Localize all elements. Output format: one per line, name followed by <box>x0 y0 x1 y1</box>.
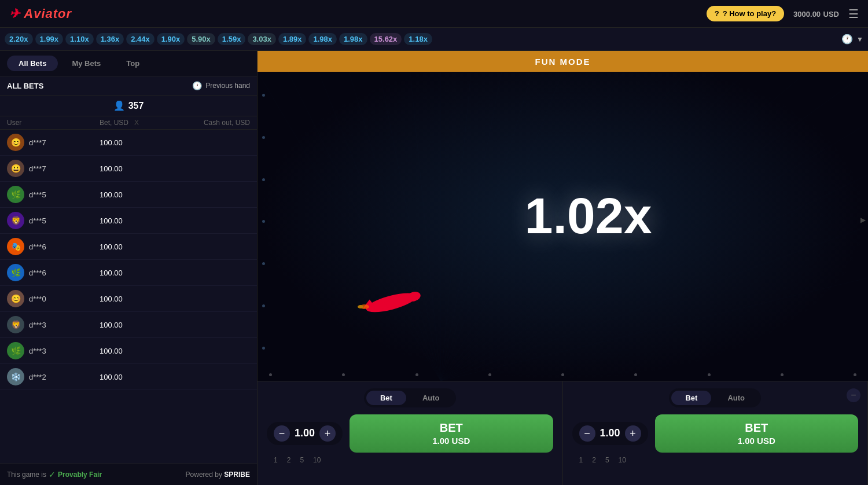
mult-badge-1[interactable]: 1.99x <box>35 33 64 45</box>
bet-tab-1-auto[interactable]: Auto <box>409 391 454 405</box>
amount-decrease-2[interactable]: − <box>579 425 595 442</box>
table-row: 😊 d***7 100.00 <box>0 130 257 156</box>
mult-badge-5[interactable]: 1.90x <box>157 33 185 45</box>
svg-line-4 <box>380 72 441 381</box>
username: d***6 <box>29 242 46 251</box>
header-bet: Bet, USD X <box>100 119 169 127</box>
expand-icon[interactable]: ▼ <box>856 35 863 43</box>
svg-line-8 <box>441 72 502 381</box>
mult-badge-6[interactable]: 5.90x <box>187 33 215 45</box>
avatar: 🦁 <box>7 316 24 333</box>
quick-2-1[interactable]: 1 <box>579 456 583 464</box>
clock-icon: 🕐 <box>192 81 202 90</box>
quick-1-2[interactable]: 2 <box>287 456 291 464</box>
bottom-dots <box>269 373 856 376</box>
history-icon[interactable]: 🕐 <box>841 34 853 45</box>
quick-1-1[interactable]: 1 <box>274 456 278 464</box>
amount-value-2: 1.00 <box>600 427 620 439</box>
bet-tab-1-bet[interactable]: Bet <box>366 391 406 405</box>
bets-list: 😊 d***7 100.00 😀 d***7 100.00 🌿 d** <box>0 130 257 464</box>
table-row: 🌿 d***3 100.00 <box>0 338 257 364</box>
mult-badge-2[interactable]: 1.10x <box>65 33 94 45</box>
user-info: 😊 d***0 <box>7 290 100 307</box>
mult-badge-0[interactable]: 2.20x <box>5 33 33 45</box>
right-panel: FUN MODE <box>258 51 868 485</box>
how-to-play-label: ? How to play? <box>723 9 776 18</box>
table-row: 🌿 d***5 100.00 <box>0 182 257 208</box>
bet-panel-2: − Bet Auto − 1.00 + BET 1.00 USD <box>563 381 869 485</box>
airplane <box>350 277 431 323</box>
user-info: 🌿 d***5 <box>7 186 100 203</box>
tab-my-bets[interactable]: My Bets <box>60 56 112 71</box>
quick-2-10[interactable]: 10 <box>619 456 626 464</box>
bet-panel-2-tabs: Bet Auto <box>669 388 761 407</box>
provably-fair-label[interactable]: Provably Fair <box>58 471 102 479</box>
mult-badge-11[interactable]: 1.98x <box>339 33 367 45</box>
username: d***5 <box>29 190 46 199</box>
username: d***3 <box>29 321 46 329</box>
bet-amount: 100.00 <box>100 295 169 303</box>
avatar: 🦁 <box>7 212 24 229</box>
mult-badge-7[interactable]: 1.59x <box>218 33 246 45</box>
table-row: 😊 d***0 100.00 <box>0 286 257 312</box>
amount-increase-2[interactable]: + <box>625 425 641 442</box>
previous-hand-label: Previous hand <box>205 82 250 90</box>
tab-all-bets[interactable]: All Bets <box>7 56 58 71</box>
table-row: 🦁 d***5 100.00 <box>0 208 257 234</box>
amount-control-2: − 1.00 + <box>572 422 648 445</box>
amount-decrease-1[interactable]: − <box>274 425 290 442</box>
mult-badge-10[interactable]: 1.98x <box>308 33 337 45</box>
bet-button-1[interactable]: BET 1.00 USD <box>350 414 553 453</box>
quick-1-10[interactable]: 10 <box>313 456 321 464</box>
bet-amount: 100.00 <box>100 269 169 277</box>
tab-top[interactable]: Top <box>115 56 151 71</box>
balance-amount: 3000.00 <box>793 10 821 19</box>
mult-badge-3[interactable]: 1.36x <box>96 33 124 45</box>
bets-header: ALL BETS 🕐 Previous hand <box>0 76 257 95</box>
bet-tab-2-bet[interactable]: Bet <box>671 391 711 405</box>
nav-right: ? ? How to play? 3000.00 USD ☰ <box>707 6 859 21</box>
right-expand-icon[interactable]: ▶ <box>860 216 866 224</box>
vertical-dots <box>262 74 265 369</box>
remove-panel-icon[interactable]: − <box>847 388 860 402</box>
quick-1-5[interactable]: 5 <box>300 456 304 464</box>
bet-tab-2-auto[interactable]: Auto <box>713 391 759 405</box>
table-row: 🦁 d***3 100.00 <box>0 312 257 338</box>
avatar: 🌿 <box>7 186 24 203</box>
check-icon: ✓ <box>49 470 56 479</box>
svg-line-0 <box>258 72 441 381</box>
multiplier-bar: 2.20x 1.99x 1.10x 1.36x 2.44x 1.90x 5.90… <box>0 28 868 51</box>
bet-panel-1: Bet Auto − 1.00 + BET 1.00 USD 1 <box>258 381 563 485</box>
amount-increase-1[interactable]: + <box>319 425 336 442</box>
svg-point-25 <box>358 305 363 308</box>
quick-2-5[interactable]: 5 <box>605 456 609 464</box>
bet-panel-2-controls: − 1.00 + BET 1.00 USD <box>572 414 859 453</box>
user-info: 🌿 d***6 <box>7 264 100 281</box>
mult-badge-13[interactable]: 1.18x <box>404 33 432 45</box>
svg-line-19 <box>441 278 869 381</box>
quick-2-2[interactable]: 2 <box>592 456 596 464</box>
avatar: 😀 <box>7 160 24 177</box>
mult-badge-9[interactable]: 1.89x <box>278 33 307 45</box>
user-info: 😊 d***7 <box>7 134 100 151</box>
spribe-label: SPRIBE <box>224 471 250 479</box>
previous-hand-button[interactable]: 🕐 Previous hand <box>192 81 250 90</box>
mult-badge-12[interactable]: 15.62x <box>370 33 402 45</box>
amount-control-1: − 1.00 + <box>267 422 343 445</box>
bet-button-2[interactable]: BET 1.00 USD <box>655 414 858 453</box>
mult-badge-4[interactable]: 2.44x <box>126 33 155 45</box>
avatar: 🌿 <box>7 342 24 359</box>
menu-icon[interactable]: ☰ <box>848 7 859 21</box>
top-nav: ✈ Aviator ? ? How to play? 3000.00 USD ☰ <box>0 0 868 28</box>
users-icon: 👤 <box>113 100 125 111</box>
bet-amount: 100.00 <box>100 242 169 251</box>
how-to-play-button[interactable]: ? ? How to play? <box>707 6 784 21</box>
balance-currency: USD <box>823 10 839 19</box>
bet-label-2: BET <box>745 420 768 435</box>
mult-badge-8[interactable]: 3.03x <box>248 33 276 45</box>
user-info: 🎭 d***6 <box>7 238 100 255</box>
svg-line-17 <box>441 175 869 381</box>
bet-amount-label-1: 1.00 USD <box>432 435 470 447</box>
tabs-row: All Bets My Bets Top <box>0 51 257 76</box>
table-header: User Bet, USD X Cash out, USD <box>0 116 257 130</box>
